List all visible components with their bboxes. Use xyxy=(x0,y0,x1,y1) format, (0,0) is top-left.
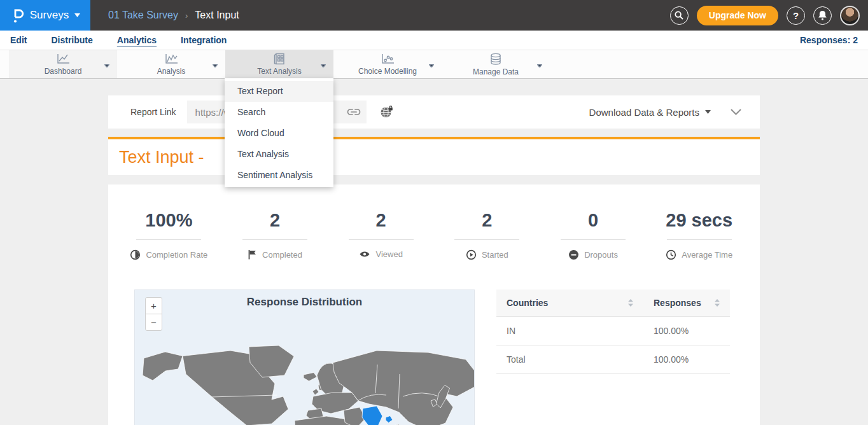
country-cell: IN xyxy=(496,317,643,345)
breadcrumb-page-name: Text Input xyxy=(195,10,239,21)
link-icon xyxy=(347,108,361,116)
app-window: Surveys 01 Take Survey › Text Input Upgr… xyxy=(0,0,868,425)
sort-icon xyxy=(628,299,633,307)
chevron-down-icon xyxy=(213,59,218,70)
tab-analysis[interactable]: Analysis xyxy=(117,50,225,78)
country-cell: Total xyxy=(496,345,643,374)
countries-table: Countries Responses xyxy=(496,289,730,374)
chevron-down-icon xyxy=(74,13,80,17)
responses-count: Responses: 2 xyxy=(800,35,858,45)
scatter-chart-icon xyxy=(379,53,396,65)
nav-item-edit[interactable]: Edit xyxy=(10,35,27,45)
column-header-responses[interactable]: Responses xyxy=(643,289,730,317)
bell-icon xyxy=(818,10,827,20)
report-bar-right: Download Data & Reports xyxy=(589,107,760,118)
tab-text-analysis[interactable]: Text Analysis xyxy=(225,50,333,78)
notifications-button[interactable] xyxy=(813,6,832,25)
breadcrumb-survey-name[interactable]: 01 Take Survey xyxy=(108,10,178,21)
search-button[interactable] xyxy=(670,6,689,25)
survey-nav: Edit Distribute Analytics Integration Re… xyxy=(0,31,868,50)
response-distribution-section: Response Distribution + − xyxy=(108,289,760,425)
column-header-countries[interactable]: Countries xyxy=(496,289,643,317)
map-zoom-out-button[interactable]: − xyxy=(145,314,162,331)
map-zoom-controls: + − xyxy=(145,297,162,331)
nav-item-analytics[interactable]: Analytics xyxy=(117,35,157,45)
table-row: Total 100.00% xyxy=(496,345,730,374)
responses-cell: 100.00% xyxy=(643,317,730,345)
breadcrumb-separator: › xyxy=(185,11,188,20)
questionpro-logo-icon xyxy=(10,8,24,24)
product-switcher[interactable]: Surveys xyxy=(0,0,90,31)
chevron-down-icon xyxy=(104,59,109,70)
stat-completed: 2 Completed xyxy=(222,210,328,260)
stat-viewed: 2 Viewed xyxy=(328,210,434,260)
chevron-down-icon xyxy=(321,59,326,70)
minus-circle-icon xyxy=(568,249,579,260)
chevron-down-icon xyxy=(537,59,542,70)
stat-completion-rate: 100% Completion Rate xyxy=(116,210,222,260)
line-chart-icon xyxy=(55,53,71,65)
nav-item-integration[interactable]: Integration xyxy=(181,35,227,45)
tab-manage-data[interactable]: Manage Data xyxy=(442,50,550,78)
stats-row: 100% Completion Rate 2 xyxy=(108,210,760,260)
globe-lock-icon xyxy=(380,106,394,118)
report-link-bar: Report Link xyxy=(108,95,760,129)
upgrade-now-button[interactable]: Upgrade Now xyxy=(697,6,778,25)
database-icon xyxy=(487,53,504,66)
analytics-card: 100% Completion Rate 2 xyxy=(108,185,760,425)
trend-chart-icon xyxy=(163,53,179,65)
map-country-india[interactable] xyxy=(362,406,393,425)
top-actions: Upgrade Now ? xyxy=(670,6,868,25)
download-data-reports-menu[interactable]: Download Data & Reports xyxy=(589,107,699,118)
menu-item-text-report[interactable]: Text Report xyxy=(225,81,333,102)
user-avatar[interactable] xyxy=(840,6,860,25)
table-row: IN 100.00% xyxy=(496,317,730,345)
question-title: Text Input - xyxy=(119,148,204,167)
map-title: Response Distribution xyxy=(135,296,474,309)
nav-item-distribute[interactable]: Distribute xyxy=(51,35,92,45)
top-bar: Surveys 01 Take Survey › Text Input Upgr… xyxy=(0,0,868,31)
collapse-panel-button[interactable] xyxy=(731,109,741,115)
product-name: Surveys xyxy=(30,9,69,22)
report-visibility-button[interactable] xyxy=(380,106,394,118)
flag-icon xyxy=(248,249,257,260)
chevron-down-icon xyxy=(731,109,741,115)
text-analysis-dropdown-menu: Text Report Search Word Cloud Text Analy… xyxy=(225,78,333,187)
search-icon xyxy=(674,10,684,20)
question-title-card: Text Input - xyxy=(108,137,760,175)
world-map[interactable] xyxy=(135,345,475,425)
chevron-down-icon xyxy=(429,59,434,70)
content-area: Report Link xyxy=(108,95,760,425)
breadcrumb: 01 Take Survey › Text Input xyxy=(108,10,239,21)
eye-icon xyxy=(359,250,370,258)
sort-icon xyxy=(715,299,720,307)
world-map-panel: Response Distribution + − xyxy=(134,289,475,425)
countries-table-panel: Countries Responses xyxy=(496,289,730,425)
question-mark-icon: ? xyxy=(793,10,799,21)
help-button[interactable]: ? xyxy=(787,6,805,25)
play-circle-icon xyxy=(466,249,477,260)
tab-choice-modelling[interactable]: Choice Modelling xyxy=(333,50,442,78)
analytics-tab-bar: Dashboard Analysis Text Analysis Ch xyxy=(0,50,868,79)
responses-cell: 100.00% xyxy=(643,345,730,374)
stat-started: 2 Started xyxy=(434,210,540,260)
map-zoom-in-button[interactable]: + xyxy=(145,297,162,314)
tab-dashboard[interactable]: Dashboard xyxy=(9,50,117,78)
menu-item-word-cloud[interactable]: Word Cloud xyxy=(225,123,333,144)
menu-item-search[interactable]: Search xyxy=(225,102,333,123)
stat-dropouts: 0 Dropouts xyxy=(540,210,647,260)
clock-icon xyxy=(666,249,676,260)
completion-rate-icon xyxy=(130,249,141,260)
report-link-label: Report Link xyxy=(130,107,176,117)
report-grid-icon xyxy=(271,53,288,65)
menu-item-sentiment-analysis[interactable]: Sentiment Analysis xyxy=(225,165,333,186)
stat-average-time: 29 secs Average Time xyxy=(646,210,752,260)
chevron-down-icon[interactable] xyxy=(705,110,711,114)
menu-item-text-analysis[interactable]: Text Analysis xyxy=(225,144,333,165)
copy-link-button[interactable] xyxy=(347,108,361,116)
